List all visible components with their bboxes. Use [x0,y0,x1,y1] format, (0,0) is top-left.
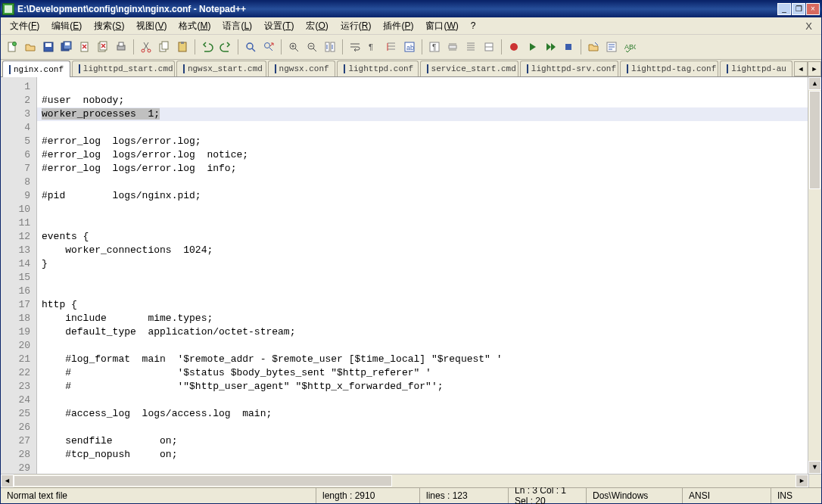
new-button[interactable] [4,39,20,55]
close-button[interactable]: × [806,3,820,15]
print-button[interactable] [113,39,129,55]
menu-0[interactable]: 文件(F) [4,18,45,34]
code-line[interactable] [37,121,808,135]
toggle-button[interactable] [481,39,497,55]
code-line[interactable]: #pid logs/nginx.pid; [37,189,808,203]
sync-v-button[interactable] [322,39,338,55]
code-line[interactable] [37,285,808,298]
close-all-button[interactable] [95,39,111,55]
menu-8[interactable]: 运行(R) [335,18,378,34]
paste-button[interactable] [174,39,191,55]
line-number-gutter[interactable]: 1234567891011121314151617181920212223242… [1,77,37,474]
code-line[interactable]: default_type application/octet-stream; [37,325,808,339]
code-line[interactable] [37,271,808,285]
code-line[interactable]: http { [37,298,808,312]
code-line[interactable] [37,80,808,94]
code-line[interactable] [37,339,808,353]
code-line[interactable] [37,394,808,407]
tab-scroll-left-button[interactable]: ◄ [794,61,808,76]
scroll-up-button[interactable]: ▲ [808,77,821,90]
scroll-down-button[interactable]: ▼ [808,461,821,474]
code-line[interactable]: events { [37,230,808,244]
tab-nginx-conf[interactable]: nginx.conf [2,61,70,77]
all-chars-button[interactable]: ¶ [365,39,381,55]
tab-service-start-cmd[interactable]: service_start.cmd [420,61,518,76]
code-line[interactable]: sendfile on; [37,434,808,448]
tab-lighttpd-au[interactable]: lighttpd-au [720,61,792,76]
replace-button[interactable] [260,39,277,55]
menu-10[interactable]: 窗口(W) [419,18,464,34]
code-line[interactable]: # '$status $body_bytes_sent "$http_refer… [37,366,808,380]
menu-9[interactable]: 插件(P) [377,18,419,34]
maximize-button[interactable]: ❐ [792,3,805,15]
close-document-button[interactable]: X [799,19,818,33]
close-button[interactable] [76,39,93,55]
tab-scroll-right-button[interactable]: ► [808,61,821,76]
spell-button[interactable]: ABC [621,39,638,55]
hscroll-track[interactable] [14,474,796,487]
tab-lighttpd-conf[interactable]: lighttpd.conf [337,61,418,76]
horizontal-scrollbar[interactable]: ◄ ► [1,474,821,487]
code-line[interactable]: #user nobody; [37,94,808,107]
code-line[interactable] [37,462,808,474]
open-explorer-button[interactable] [585,39,602,55]
code-line[interactable]: worker_connections 1024; [37,244,808,257]
save-button[interactable] [40,39,57,55]
rec-button[interactable] [506,39,522,55]
menu-6[interactable]: 设置(T) [258,18,300,34]
pilcrow-button[interactable]: ¶ [426,39,443,55]
cut-button[interactable] [138,39,154,55]
tab-lighttpd-start-cmd[interactable]: lighttpd_start.cmd [72,61,175,76]
code-editor[interactable]: #user nobody;worker_processes 1;#error_l… [37,77,808,474]
stop-button[interactable] [560,39,577,55]
find-button[interactable] [242,39,259,55]
menu-4[interactable]: 格式(M) [173,18,216,34]
save-all-button[interactable] [58,39,75,55]
code-line[interactable]: #error_log logs/error.log; [37,135,808,148]
zoom-out-button[interactable] [304,39,320,55]
code-line[interactable]: #tcp_nopush on; [37,448,808,462]
menu-2[interactable]: 搜索(S) [88,18,130,34]
code-line[interactable]: #log_format main '$remote_addr - $remote… [37,353,808,366]
code-line[interactable]: include mime.types; [37,312,808,325]
code-line[interactable]: #access_log logs/access.log main; [37,407,808,421]
open-button[interactable] [22,39,39,55]
tab-ngwsx-start-cmd[interactable]: ngwsx_start.cmd [176,61,266,76]
hscroll-left-button[interactable]: ◄ [1,474,14,487]
scroll-thumb[interactable] [809,91,820,189]
title-bar[interactable]: E:\Development\config\nginx\nginx.conf -… [1,1,821,17]
code-line[interactable]: #error_log logs/error.log info; [37,162,808,176]
code-line[interactable] [37,216,808,230]
vertical-scrollbar[interactable]: ▲ ▼ [808,77,821,474]
lang-button[interactable]: ab [401,39,418,55]
hscroll-right-button[interactable]: ► [796,474,808,487]
code-line[interactable]: worker_processes 1; [37,107,808,121]
code-line[interactable]: } [37,257,808,271]
play-multi-button[interactable] [542,39,559,55]
wrap-button[interactable] [347,39,363,55]
menu-3[interactable]: 视图(V) [130,18,173,34]
tab-ngwsx-conf[interactable]: ngwsx.conf [268,61,336,76]
menu-5[interactable]: 语言(L) [216,18,258,34]
copy-button[interactable] [156,39,173,55]
menu-7[interactable]: 宏(O) [300,18,334,34]
play-button[interactable] [524,39,540,55]
undo-button[interactable] [199,39,216,55]
function-list-button[interactable] [603,39,620,55]
code-line[interactable]: # '"$http_user_agent" "$http_x_forwarded… [37,380,808,394]
tab-lighttpd-srv-conf[interactable]: lighttpd-srv.conf [520,61,618,76]
redo-button[interactable] [217,39,234,55]
hscroll-thumb[interactable] [14,475,392,487]
fold-button[interactable] [444,39,461,55]
code-line[interactable] [37,176,808,189]
minimize-button[interactable]: _ [777,3,791,15]
indent-guide-button[interactable] [383,39,400,55]
code-line[interactable] [37,203,808,216]
code-line[interactable]: #error_log logs/error.log notice; [37,148,808,162]
zoom-in-button[interactable] [285,39,302,55]
menu-1[interactable]: 编辑(E) [45,18,88,34]
menu-11[interactable]: ? [465,19,482,33]
code-line[interactable] [37,421,808,434]
unfold-button[interactable] [462,39,479,55]
tab-lighttpd-tag-conf[interactable]: lighttpd-tag.conf [620,61,718,76]
